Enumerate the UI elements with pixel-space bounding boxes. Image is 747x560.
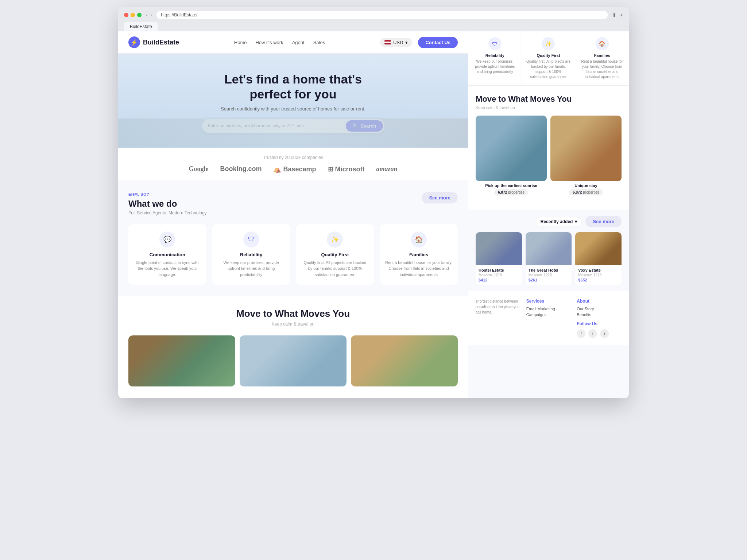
feature-card-reliability: 🛡 Reliability We keep our promises, prov… — [212, 224, 290, 285]
footer-about-title: About — [577, 299, 622, 304]
feature-desc-0: Single point of contact, in sync with th… — [133, 260, 201, 278]
property-card-1[interactable]: The Great Hotel Moscow, 1218 $261 — [526, 232, 572, 285]
trust-logo-microsoft: ⊞ Microsoft — [328, 165, 365, 173]
move-image-3[interactable] — [351, 335, 458, 386]
hero-subtitle: Search confidently with your trusted sou… — [221, 106, 365, 112]
property-image-1 — [526, 232, 572, 265]
right-move-card-1: Pick up the earliest sunrise 6,872 prope… — [476, 116, 547, 195]
right-move-image-2[interactable] — [550, 116, 622, 181]
hero-title: Let's find a home that's perfect for you — [220, 72, 366, 102]
hero-section: Let's find a home that's perfect for you… — [118, 54, 468, 148]
right-move-image-1[interactable] — [476, 116, 547, 181]
move-image-1[interactable] — [128, 335, 235, 386]
nav-sales[interactable]: Sales — [313, 40, 325, 45]
nav-links: Home How it's work Agent Sales — [188, 40, 371, 45]
nav-how-it-works[interactable]: How it's work — [255, 40, 283, 45]
feature-desc-3: Rent a beautiful house for your family. … — [385, 260, 453, 278]
right-move-subtitle: Keep calm & travel on — [476, 105, 622, 110]
right-card-reliability: 🛡 Reliability We keep our promises, prov… — [468, 31, 522, 85]
property-card-2[interactable]: Voxy Estate Moscow, 1218 $652 — [575, 232, 622, 285]
property-info-1: The Great Hotel Moscow, 1218 $261 — [526, 265, 572, 285]
back-icon[interactable]: ‹ — [146, 12, 148, 18]
right-card-desc-1: Quality first. All projects are backed b… — [526, 59, 571, 79]
property-location-0: Moscow, 1218 — [479, 273, 519, 277]
nav-home[interactable]: Home — [234, 40, 247, 45]
left-column: ⚡ BuildEstate Home How it's work Agent S… — [118, 31, 468, 398]
minimize-dot[interactable] — [131, 13, 135, 17]
chevron-down-icon: ▾ — [405, 40, 408, 45]
address-bar[interactable]: https://BuildEstate/ — [156, 11, 607, 19]
instagram-icon[interactable]: i — [600, 329, 609, 338]
footer-about-section: About Our Story Benefits — [577, 299, 622, 317]
trust-logos: Google Booking.com ⛺ Basecamp ⊞ Microsof… — [128, 165, 458, 173]
contact-button[interactable]: Contact Us — [418, 37, 458, 48]
properties-badge-1: 6,872 properties — [494, 189, 528, 195]
right-card-title-1: Quality First — [526, 53, 571, 58]
recently-cards: Hostel Estate Moscow, 1218 $412 The Grea… — [476, 232, 622, 285]
property-price-1: $261 — [529, 278, 569, 282]
features-grid: 💬 Communication Single point of contact,… — [128, 224, 458, 285]
right-img-info-2: Unique stay 6,872 properties — [550, 183, 622, 195]
footer-services-title: Services — [526, 299, 571, 304]
move-images — [128, 335, 458, 386]
right-move-section: Move to What Moves You Keep calm & trave… — [468, 86, 629, 210]
right-footer: shortest distance between paradise and t… — [468, 291, 629, 345]
right-card-desc-0: We keep our promises, provide upfront ti… — [473, 59, 517, 74]
right-move-card-2: Unique stay 6,872 properties — [550, 116, 622, 195]
logo-text: BuildEstate — [143, 39, 179, 46]
browser-chrome: ‹ › https://BuildEstate/ ⬆ + BuildEstate — [118, 7, 629, 31]
section-title: What we do — [128, 199, 207, 209]
feature-desc-2: Quality first. All projects are backed b… — [301, 260, 369, 278]
trust-logo-basecamp: ⛺ Basecamp — [273, 165, 316, 173]
property-name-0: Hostel Estate — [479, 268, 519, 272]
footer-services-col: Services Email Marketing Campaigns — [526, 299, 571, 338]
facebook-icon[interactable]: f — [577, 329, 585, 338]
properties-badge-2: 6,872 properties — [569, 189, 603, 195]
move-image-2[interactable] — [240, 335, 347, 386]
footer-tagline: shortest distance between paradise and t… — [476, 299, 520, 315]
footer-services-item-0[interactable]: Email Marketing — [526, 307, 571, 311]
section-header: EHM, SO? What we do Full-Service Agents,… — [128, 192, 458, 215]
right-icon-reliability: 🛡 — [488, 37, 502, 50]
forward-icon[interactable]: › — [151, 12, 152, 18]
new-tab-icon[interactable]: + — [620, 12, 623, 18]
right-card-desc-2: Rent a beautiful house for your family. … — [580, 59, 624, 79]
recently-see-more-button[interactable]: See more — [585, 216, 622, 227]
feature-title-2: Quality First — [301, 252, 369, 257]
right-card-title-2: Families — [580, 53, 624, 58]
currency-selector[interactable]: USD ▾ — [380, 38, 412, 47]
logo[interactable]: ⚡ BuildEstate — [128, 36, 179, 48]
property-price-2: $652 — [578, 278, 619, 282]
share-icon[interactable]: ⬆ — [612, 12, 616, 18]
browser-dots — [124, 13, 142, 17]
maximize-dot[interactable] — [137, 13, 142, 17]
move-section: Move to What Moves You Keep calm & trave… — [118, 296, 468, 398]
see-more-button[interactable]: See more — [422, 192, 458, 203]
close-dot[interactable] — [124, 13, 128, 17]
nav-agent[interactable]: Agent — [292, 40, 305, 45]
right-img-info-1: Pick up the earliest sunrise 6,872 prope… — [476, 183, 547, 195]
active-tab[interactable]: BuildEstate — [124, 22, 158, 31]
right-move-title: Move to What Moves You — [476, 94, 622, 104]
right-move-images: Pick up the earliest sunrise 6,872 prope… — [476, 116, 622, 195]
property-info-0: Hostel Estate Moscow, 1218 $412 — [476, 265, 522, 285]
recently-added-dropdown[interactable]: Recently added ▾ — [536, 217, 582, 226]
logo-icon: ⚡ — [128, 36, 140, 48]
footer-about-item-1[interactable]: Benefits — [577, 312, 622, 317]
property-card-0[interactable]: Hostel Estate Moscow, 1218 $412 — [476, 232, 522, 285]
twitter-icon[interactable]: t — [588, 329, 597, 338]
trust-logo-booking: Booking.com — [220, 165, 262, 173]
nav-right: USD ▾ Contact Us — [380, 37, 458, 48]
footer-tagline-col: shortest distance between paradise and t… — [476, 299, 520, 338]
browser-nav-buttons: ‹ › — [146, 12, 152, 18]
right-card-quality: ✨ Quality First Quality first. All proje… — [522, 31, 576, 85]
right-img-caption-1: Pick up the earliest sunrise — [476, 183, 547, 188]
property-name-1: The Great Hotel — [529, 268, 569, 272]
property-image-2 — [575, 232, 622, 265]
browser-window: ‹ › https://BuildEstate/ ⬆ + BuildEstate… — [118, 7, 629, 398]
footer-services-item-1[interactable]: Campaigns — [526, 312, 571, 317]
feature-icon-communication: 💬 — [159, 232, 175, 248]
property-location-2: Moscow, 1218 — [578, 273, 619, 277]
browser-actions: ⬆ + — [612, 12, 623, 18]
footer-about-item-0[interactable]: Our Story — [577, 307, 622, 311]
